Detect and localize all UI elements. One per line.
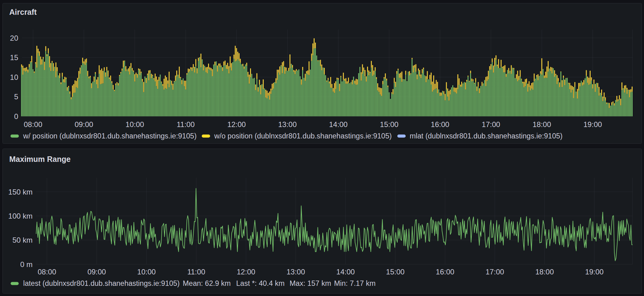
- svg-text:12:00: 12:00: [237, 268, 255, 276]
- svg-text:17:00: 17:00: [486, 268, 504, 276]
- svg-text:10: 10: [10, 73, 18, 81]
- svg-text:w/ position (dublnxsdr801.dub.: w/ position (dublnxsdr801.dub.shanehasti…: [23, 132, 197, 140]
- svg-text:19:00: 19:00: [585, 268, 604, 276]
- svg-text:14:00: 14:00: [336, 268, 355, 276]
- svg-text:0: 0: [14, 112, 18, 121]
- svg-text:Maximum Range: Maximum Range: [9, 155, 71, 163]
- svg-text:16:00: 16:00: [431, 120, 449, 129]
- svg-text:08:00: 08:00: [24, 120, 42, 129]
- svg-text:15: 15: [10, 53, 18, 62]
- svg-text:mlat (dublnxsdr801.dub.shaneha: mlat (dublnxsdr801.dub.shanehastings.ie:…: [410, 132, 562, 140]
- svg-text:13:00: 13:00: [278, 120, 297, 129]
- svg-text:10:00: 10:00: [126, 120, 144, 129]
- svg-text:14:00: 14:00: [329, 120, 348, 129]
- svg-text:Aircraft: Aircraft: [9, 8, 37, 16]
- svg-text:09:00: 09:00: [87, 268, 106, 276]
- svg-text:11:00: 11:00: [187, 268, 205, 276]
- svg-text:w/o position (dublnxsdr801.dub: w/o position (dublnxsdr801.dub.shanehast…: [214, 132, 392, 140]
- svg-text:18:00: 18:00: [535, 268, 554, 276]
- svg-text:11:00: 11:00: [177, 120, 194, 129]
- svg-text:Min: 7.17 km: Min: 7.17 km: [334, 279, 376, 287]
- svg-text:19:00: 19:00: [583, 120, 602, 129]
- svg-text:15:00: 15:00: [386, 268, 404, 276]
- svg-text:18:00: 18:00: [533, 120, 551, 129]
- svg-text:16:00: 16:00: [436, 268, 454, 276]
- svg-text:0 m: 0 m: [20, 260, 32, 269]
- svg-text:09:00: 09:00: [75, 120, 93, 129]
- svg-text:08:00: 08:00: [38, 268, 56, 276]
- svg-text:12:00: 12:00: [227, 120, 246, 129]
- svg-text:100 km: 100 km: [8, 212, 33, 220]
- svg-text:20: 20: [10, 34, 18, 42]
- svg-text:Last *: 40.4 km: Last *: 40.4 km: [236, 279, 285, 287]
- svg-text:5: 5: [14, 92, 18, 101]
- svg-text:Max: 157 km: Max: 157 km: [290, 279, 331, 287]
- svg-text:150 km: 150 km: [8, 188, 33, 196]
- svg-text:17:00: 17:00: [482, 120, 500, 129]
- svg-text:50 km: 50 km: [12, 236, 32, 244]
- svg-text:Mean: 62.9 km: Mean: 62.9 km: [183, 279, 231, 287]
- svg-text:13:00: 13:00: [286, 268, 305, 276]
- svg-text:latest (dublnxsdr801.dub.shane: latest (dublnxsdr801.dub.shanehastings.i…: [23, 279, 180, 287]
- svg-text:10:00: 10:00: [137, 268, 156, 276]
- svg-text:15:00: 15:00: [380, 120, 399, 129]
